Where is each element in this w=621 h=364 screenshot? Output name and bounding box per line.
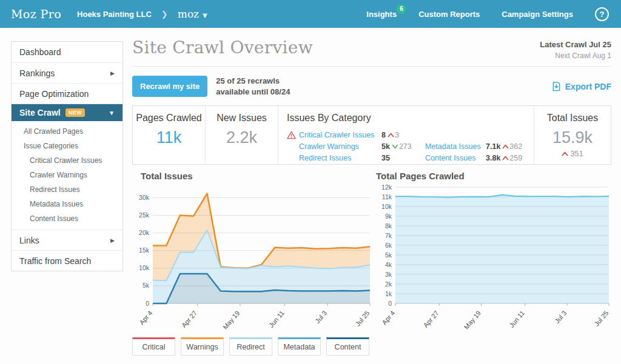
- new-issues-value: 2.2k: [206, 128, 278, 147]
- issue-category-link[interactable]: Redirect Issues: [299, 154, 381, 162]
- svg-text:6k: 6k: [385, 242, 392, 249]
- campaign-dropdown[interactable]: moz▼: [178, 8, 207, 20]
- pages-crawled-value: 11k: [133, 128, 205, 147]
- chevron-right-icon: ▶: [110, 237, 115, 243]
- svg-text:Apr 27: Apr 27: [422, 309, 440, 329]
- svg-text:20k: 20k: [139, 229, 150, 236]
- sidebar-item-site-crawl[interactable]: Site CrawlNEW▼: [12, 104, 123, 121]
- help-icon[interactable]: ?: [595, 7, 609, 21]
- recrawl-button[interactable]: Recrawl my site: [132, 76, 207, 97]
- svg-text:2k: 2k: [385, 280, 392, 288]
- sidebar-subitem-metadata-issues[interactable]: Metadata Issues: [12, 197, 123, 211]
- recrawl-quota-text: 25 of 25 recrawls available until 08/24: [216, 76, 290, 97]
- svg-text:Apr 4: Apr 4: [380, 309, 396, 326]
- sidebar-subitem-issue-categories[interactable]: Issue Categories: [12, 139, 123, 153]
- trend-down-icon: [392, 144, 398, 149]
- main-content: Site Crawl Overview Latest Crawl Jul 25 …: [132, 38, 611, 356]
- stats-panel: Pages Crawled 11k New Issues 2.2k Issues…: [132, 105, 611, 165]
- sidebar-subitem-critical-crawler-issues[interactable]: Critical Crawler Issues: [12, 153, 123, 168]
- issue-category-link[interactable]: Metadata Issues: [425, 142, 486, 151]
- issue-category-link[interactable]: Content Issues: [425, 154, 486, 162]
- issue-delta: 362: [509, 142, 522, 151]
- issue-icon-cell: [287, 131, 299, 139]
- sidebar-item-rankings[interactable]: Rankings▶: [12, 62, 123, 83]
- account-name[interactable]: Hoeks Painting LLC: [77, 10, 152, 19]
- svg-text:Jun 11: Jun 11: [508, 309, 526, 329]
- svg-text:30k: 30k: [139, 194, 150, 201]
- new-issues-stat: New Issues 2.2k: [206, 106, 278, 164]
- header-divider: [132, 66, 611, 67]
- chevron-down-icon: ▼: [203, 12, 207, 19]
- svg-text:5k: 5k: [143, 282, 150, 289]
- svg-text:5k: 5k: [385, 251, 392, 259]
- trend-up-icon: [502, 156, 509, 160]
- trend-up-icon: [562, 151, 568, 156]
- svg-text:9k: 9k: [385, 213, 392, 220]
- insights-count-badge: 6: [397, 4, 406, 14]
- svg-text:Jun 11: Jun 11: [267, 309, 286, 329]
- new-badge: NEW: [65, 108, 86, 117]
- legend-toggle-redirect[interactable]: Redirect: [229, 337, 272, 356]
- sidebar-subitem-redirect-issues[interactable]: Redirect Issues: [12, 182, 123, 197]
- svg-text:11k: 11k: [382, 193, 392, 200]
- export-pdf-button[interactable]: Export PDF: [552, 81, 611, 92]
- issues-by-category: Issues By Category Critical Crawler Issu…: [278, 106, 534, 164]
- chevron-right-icon: ▶: [110, 70, 115, 76]
- sidebar-item-label: Page Optimization: [19, 89, 89, 99]
- svg-text:15k: 15k: [139, 247, 150, 254]
- sidebar-subitem-all-crawled-pages[interactable]: All Crawled Pages: [12, 124, 123, 139]
- issue-category-link[interactable]: Crawler Warnings: [299, 142, 381, 151]
- total-pages-crawled-chart-block: Total Pages Crawled 01k2k3k4k5k6k7k8k9k1…: [372, 171, 611, 335]
- svg-text:Apr 27: Apr 27: [180, 309, 198, 329]
- moz-pro-logo[interactable]: Moz Pro: [11, 7, 61, 21]
- sidebar-subitem-content-issues[interactable]: Content Issues: [12, 211, 123, 226]
- issue-category-row: Crawler Warnings5k273: [287, 141, 425, 152]
- svg-text:Jul 25: Jul 25: [354, 309, 371, 328]
- sidebar-item-traffic-from-search[interactable]: Traffic from Search: [12, 250, 123, 271]
- issue-delta: 259: [509, 154, 522, 162]
- crawl-info: Latest Crawl Jul 25 Next Crawl Aug 1: [540, 38, 611, 60]
- issue-category-row: Content Issues3.8k259: [425, 152, 522, 164]
- svg-text:1k: 1k: [385, 290, 392, 297]
- sidebar: DashboardRankings▶Page OptimizationSite …: [11, 41, 123, 271]
- issue-category-row: Critical Crawler Issues83: [287, 129, 425, 141]
- top-nav: Moz Pro Hoeks Painting LLC ❯ moz▼ Insigh…: [0, 0, 621, 28]
- legend-toggle-metadata[interactable]: Metadata: [278, 337, 321, 356]
- legend-toggle-content[interactable]: Content: [326, 337, 369, 356]
- sidebar-item-label: Links: [19, 236, 39, 245]
- nav-insights[interactable]: Insights6: [366, 10, 397, 19]
- sidebar-item-label: Site Crawl: [19, 108, 61, 117]
- nav-campaign-settings[interactable]: Campaign Settings: [502, 10, 573, 19]
- sidebar-item-label: Dashboard: [19, 47, 61, 57]
- total-issues-chart-block: Total Issues 05k10k15k20k25k30kApr 4Apr …: [132, 171, 372, 335]
- svg-text:10k: 10k: [381, 203, 392, 210]
- svg-text:Jul 25: Jul 25: [592, 309, 609, 328]
- svg-text:3k: 3k: [385, 271, 392, 278]
- nav-custom-reports[interactable]: Custom Reports: [418, 10, 480, 19]
- sidebar-subitem-crawler-warnings[interactable]: Crawler Warnings: [12, 168, 123, 182]
- legend-toggle-warnings[interactable]: Warnings: [181, 337, 224, 356]
- sidebar-item-label: Rankings: [19, 68, 55, 78]
- chart-legend: CriticalWarningsRedirectMetadataContent: [132, 337, 611, 356]
- pages-crawled-stat: Pages Crawled 11k: [133, 106, 206, 164]
- warning-triangle-icon: [287, 131, 296, 139]
- total-issues-chart-title: Total Issues: [141, 171, 372, 181]
- total-issues-value: 15.9k: [534, 128, 611, 147]
- svg-text:Jul 3: Jul 3: [553, 309, 568, 325]
- export-pdf-icon: [552, 81, 561, 92]
- legend-toggle-critical[interactable]: Critical: [132, 337, 175, 356]
- sidebar-item-page-optimization[interactable]: Page Optimization: [12, 83, 123, 104]
- svg-text:0: 0: [146, 300, 149, 307]
- chevron-down-icon: ▼: [109, 110, 115, 116]
- issue-category-row: Metadata Issues7.1k362: [425, 141, 522, 152]
- page-title: Site Crawl Overview: [132, 38, 313, 58]
- svg-text:25k: 25k: [139, 211, 150, 219]
- svg-text:May 19: May 19: [221, 309, 241, 331]
- issue-count: 35: [381, 154, 390, 162]
- sidebar-item-dashboard[interactable]: Dashboard: [12, 42, 123, 62]
- total-pages-crawled-chart: 01k2k3k4k5k6k7k8k9k10k11k12kApr 4Apr 27M…: [372, 182, 611, 335]
- issue-count: 8: [381, 131, 386, 139]
- sidebar-item-links[interactable]: Links▶: [12, 230, 123, 250]
- svg-text:0: 0: [388, 300, 392, 307]
- issue-category-link[interactable]: Critical Crawler Issues: [299, 131, 381, 139]
